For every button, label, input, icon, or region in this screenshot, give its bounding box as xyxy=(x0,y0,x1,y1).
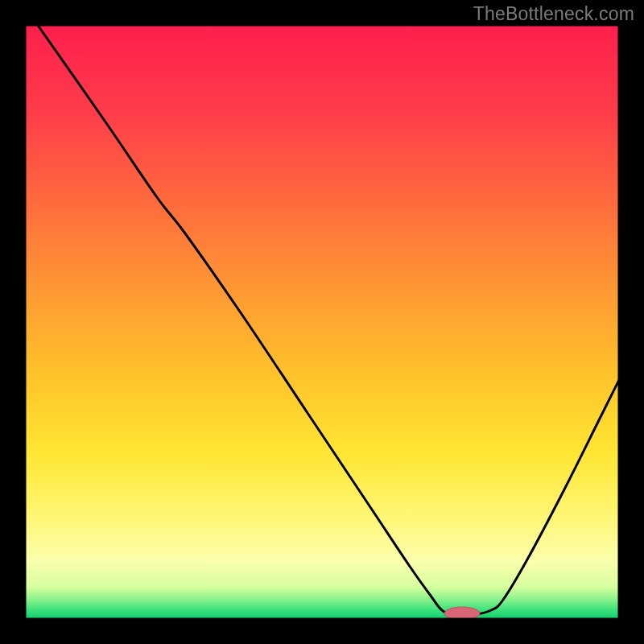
heat-background xyxy=(24,24,620,620)
chart-container: TheBottleneck.com xyxy=(0,0,644,644)
chart-svg xyxy=(0,0,644,644)
